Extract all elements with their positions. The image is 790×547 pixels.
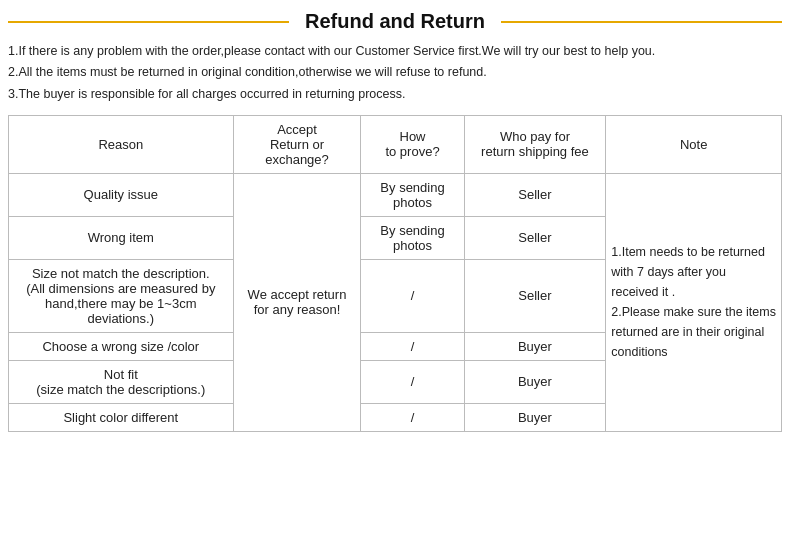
cell-reason: Wrong item — [9, 216, 234, 259]
title-line-left — [8, 21, 289, 23]
page-wrapper: Refund and Return 1.If there is any prob… — [0, 0, 790, 442]
header-reason: Reason — [9, 115, 234, 173]
header-who: Who pay forreturn shipping fee — [464, 115, 606, 173]
cell-accept: We accept returnfor any reason! — [233, 173, 361, 431]
cell-reason: Not fit(size match the descriptions.) — [9, 360, 234, 403]
cell-who: Seller — [464, 173, 606, 216]
header-note: Note — [606, 115, 782, 173]
title-row: Refund and Return — [8, 10, 782, 33]
cell-who: Buyer — [464, 332, 606, 360]
cell-reason: Size not match the description.(All dime… — [9, 259, 234, 332]
intro-text: 1.If there is any problem with the order… — [8, 41, 782, 105]
refund-table: Reason AcceptReturn or exchange? Howto p… — [8, 115, 782, 432]
cell-prove: / — [361, 259, 464, 332]
cell-who: Buyer — [464, 360, 606, 403]
cell-prove: By sendingphotos — [361, 216, 464, 259]
header-accept: AcceptReturn or exchange? — [233, 115, 361, 173]
cell-reason: Slight color different — [9, 403, 234, 431]
cell-prove: / — [361, 332, 464, 360]
cell-prove: / — [361, 360, 464, 403]
cell-who: Seller — [464, 216, 606, 259]
cell-who: Seller — [464, 259, 606, 332]
page-title: Refund and Return — [297, 10, 493, 33]
cell-who: Buyer — [464, 403, 606, 431]
cell-note: 1.Item needs to be returned with 7 days … — [606, 173, 782, 431]
header-prove: Howto prove? — [361, 115, 464, 173]
cell-prove: By sendingphotos — [361, 173, 464, 216]
table-row: Quality issueWe accept returnfor any rea… — [9, 173, 782, 216]
title-line-right — [501, 21, 782, 23]
cell-reason: Quality issue — [9, 173, 234, 216]
cell-prove: / — [361, 403, 464, 431]
cell-reason: Choose a wrong size /color — [9, 332, 234, 360]
